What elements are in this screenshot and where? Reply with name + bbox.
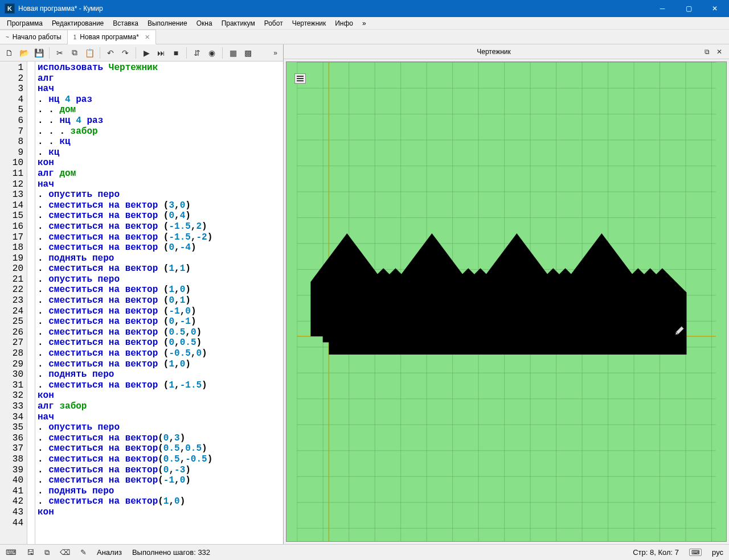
menu-item[interactable]: Инфо [330,18,358,28]
line-number: 43 [0,507,23,518]
run-icon[interactable]: ▶ [140,46,153,60]
sb-edit-icon[interactable]: ✎ [80,548,87,557]
line-number: 24 [0,306,23,317]
line-number: 1 [0,63,23,73]
separator [100,47,100,59]
menu-item[interactable]: » [358,18,371,28]
code-line: . опустить перо [38,190,281,200]
sb-clear-icon[interactable]: ⌫ [60,548,70,557]
sb-copy-icon[interactable]: ⧉ [44,548,50,557]
tab-label: Начало работы [13,33,62,41]
line-number: 4 [0,94,23,105]
code-line: . сместиться на вектор (0,-1) [38,316,281,327]
code-line: . сместиться на вектор (0.5,0) [38,327,281,338]
menu-item[interactable]: Практикум [217,18,260,28]
line-number: 13 [0,190,23,200]
code-line: . опустить перо [38,274,281,285]
line-number: 2 [0,73,23,84]
open-file-icon[interactable]: 📂 [17,46,31,60]
separator [186,47,187,59]
code-area[interactable]: использовать Чертежникалгнач. нц 4 раз. … [35,61,283,544]
code-line: . поднять перо [38,369,281,380]
line-number: 7 [0,126,23,137]
run-fast-icon[interactable]: ⏭ [154,46,168,60]
canvas-hamburger-icon[interactable] [294,73,306,84]
menu-item[interactable]: Робот [260,18,288,28]
menubar: ПрограммаРедактированиеВставкаВыполнение… [0,17,729,30]
toolbar-more[interactable]: » [270,49,281,57]
minimize-button[interactable]: ─ [649,0,675,17]
copy-icon[interactable]: ⧉ [68,46,81,60]
line-number: 42 [0,496,23,507]
maximize-button[interactable]: ▢ [675,0,702,17]
line-number: 11 [0,168,23,179]
editor-tab[interactable]: ~Начало работы [0,30,68,44]
code-line: . сместиться на вектор (1,0) [38,359,281,370]
canvas-close-icon[interactable]: ✕ [713,46,726,58]
code-line: нач [38,179,281,190]
new-file-icon[interactable]: 🗋 [2,46,16,60]
separator [222,47,223,59]
line-number: 30 [0,369,23,380]
canvas-area[interactable] [286,61,727,542]
line-number: 40 [0,475,23,486]
line-number: 5 [0,105,23,116]
menu-item[interactable]: Выполнение [143,18,192,28]
line-number: 9 [0,147,23,158]
status-cursor: Стр: 8, Кол: 7 [633,548,679,557]
line-gutter: 1234567891011121314151617181920212223242… [0,61,27,544]
canvas-header: Чертежник ⧉ ✕ [284,44,729,59]
code-line: . сместиться на вектор(0.5,-0.5) [38,454,281,465]
code-line: . сместиться на вектор (0,-4) [38,242,281,253]
grid-icon[interactable]: ▦ [226,46,240,60]
cut-icon[interactable]: ✂ [53,46,67,60]
line-number: 23 [0,295,23,306]
code-line: . сместиться на вектор (0,1) [38,295,281,306]
code-line: . сместиться на вектор (1,0) [38,285,281,295]
tab-close-icon[interactable]: ✕ [145,34,150,41]
close-button[interactable]: ✕ [702,0,728,17]
line-number: 38 [0,454,23,465]
code-line: . сместиться на вектор(1,0) [38,496,281,507]
code-line: алг забор [38,401,281,412]
redo-icon[interactable]: ↷ [118,46,132,60]
line-number: 22 [0,285,23,295]
menu-item[interactable]: Чертежник [288,18,331,28]
line-number: 15 [0,211,23,221]
line-number: 39 [0,465,23,476]
line-number: 21 [0,274,23,285]
menu-item[interactable]: Вставка [108,18,143,28]
status-steps: Выполнено шагов: 332 [132,548,210,557]
tab-icon: ~ [6,34,9,40]
line-number: 26 [0,327,23,338]
line-number: 6 [0,116,23,126]
step-icon[interactable]: ⇵ [190,46,204,60]
separator [136,47,136,59]
code-line: . сместиться на вектор (3,0) [38,200,281,211]
window-title: Новая программа* - Кумир [18,5,649,13]
sb-terminal-icon[interactable]: ⌨ [6,548,17,557]
undo-icon[interactable]: ↶ [104,46,117,60]
menu-item[interactable]: Окна [192,18,217,28]
save-file-icon[interactable]: 💾 [32,46,46,60]
code-line: . поднять перо [38,253,281,264]
keyboard-icon[interactable]: ⌨ [689,549,702,556]
line-number: 19 [0,253,23,264]
line-number: 3 [0,84,23,94]
canvas-svg [286,62,726,541]
paste-icon[interactable]: 📋 [83,46,96,60]
sb-save-icon[interactable]: 🖫 [27,548,34,557]
editor-tab[interactable]: 1Новая программа*✕ [68,30,156,44]
code-line: . опустить перо [38,422,281,433]
app-window: K Новая программа* - Кумир ─ ▢ ✕ Програм… [0,0,729,560]
line-number: 44 [0,518,23,529]
stop-icon[interactable]: ■ [169,46,183,60]
line-number: 10 [0,158,23,168]
menu-item[interactable]: Редактирование [47,18,108,28]
breakpoint-icon[interactable]: ◉ [205,46,219,60]
canvas-popout-icon[interactable]: ⧉ [701,46,713,58]
line-number: 33 [0,401,23,412]
grid2-icon[interactable]: ▩ [241,46,255,60]
menu-item[interactable]: Программа [2,18,47,28]
tab-label: Новая программа* [80,33,139,41]
